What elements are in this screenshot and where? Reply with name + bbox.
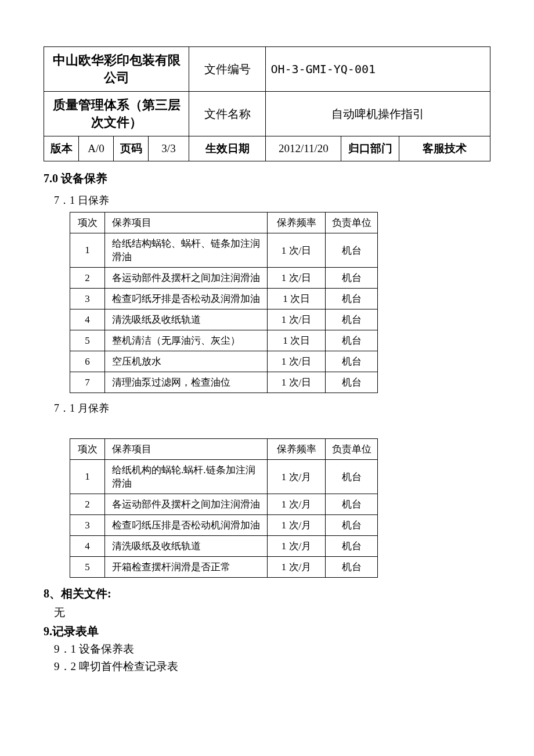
table-row: 3检查叼纸压排是否松动机润滑加油1 次/月机台 (70, 515, 378, 536)
cell-unit: 机台 (326, 233, 378, 268)
cell-freq: 1 次/月 (268, 515, 326, 536)
company-name: 中山欧华彩印包装有限公司 (44, 47, 189, 92)
document-body: 7.0 设备保养 7．1 日保养 项次 保养项目 保养频率 负责单位 1给纸结构… (44, 161, 490, 674)
cell-item: 给纸结构蜗轮、蜗杆、链条加注润滑油 (105, 233, 268, 268)
cell-unit: 机台 (326, 309, 378, 330)
cell-freq: 1 次/日 (268, 309, 326, 330)
cell-unit: 机台 (326, 536, 378, 557)
cell-freq: 1 次/月 (268, 536, 326, 557)
cell-freq: 1 次/日 (268, 372, 326, 393)
cell-seq: 2 (70, 494, 105, 515)
section-8-none: 无 (54, 605, 490, 620)
qms-title: 质量管理体系（第三层次文件） (44, 92, 189, 136)
cell-seq: 3 (70, 289, 105, 309)
section-7-heading: 7.0 设备保养 (44, 171, 490, 186)
table-row: 2各运动部件及摆杆之间加注润滑油1 次/日机台 (70, 268, 378, 289)
cell-item: 清理油泵过滤网，检查油位 (105, 372, 268, 393)
cell-item: 检查叼纸压排是否松动机润滑加油 (105, 515, 268, 536)
cell-item: 清洗吸纸及收纸轨道 (105, 309, 268, 330)
cell-unit: 机台 (326, 557, 378, 578)
table-row: 3检查叼纸牙排是否松动及润滑加油1 次日机台 (70, 289, 378, 309)
eff-date-value: 2012/11/20 (266, 136, 341, 161)
cell-item: 整机清洁（无厚油污、灰尘） (105, 330, 268, 351)
cell-freq: 1 次日 (268, 330, 326, 351)
section-7-2-heading: 7．1 月保养 (54, 401, 490, 415)
section-9-2: 9．2 啤切首件检查记录表 (54, 659, 490, 674)
table-row: 7清理油泵过滤网，检查油位1 次/日机台 (70, 372, 378, 393)
page-value: 3/3 (149, 136, 189, 161)
cell-seq: 5 (70, 330, 105, 351)
table-row: 4清洗吸纸及收纸轨道1 次/月机台 (70, 536, 378, 557)
table-row: 5开箱检查摆杆润滑是否正常1 次/月机台 (70, 557, 378, 578)
cell-seq: 3 (70, 515, 105, 536)
col-header-unit: 负责单位 (326, 439, 378, 460)
cell-item: 空压机放水 (105, 351, 268, 372)
dept-label: 归口部门 (341, 136, 399, 161)
col-header-freq: 保养频率 (268, 213, 326, 233)
col-header-freq: 保养频率 (268, 439, 326, 460)
cell-unit: 机台 (326, 515, 378, 536)
col-header-unit: 负责单位 (326, 213, 378, 233)
cell-unit: 机台 (326, 372, 378, 393)
monthly-maintenance-table: 项次 保养项目 保养频率 负责单位 1给纸机构的蜗轮.蜗杆.链条加注润滑油1 次… (70, 438, 378, 578)
cell-seq: 4 (70, 309, 105, 330)
cell-item: 给纸机构的蜗轮.蜗杆.链条加注润滑油 (105, 460, 268, 494)
cell-seq: 6 (70, 351, 105, 372)
eff-date-label: 生效日期 (189, 136, 266, 161)
document-header-table: 中山欧华彩印包装有限公司 文件编号 OH-3-GMI-YQ-001 质量管理体系… (44, 46, 490, 161)
cell-freq: 1 次/月 (268, 494, 326, 515)
cell-freq: 1 次/日 (268, 233, 326, 268)
cell-seq: 5 (70, 557, 105, 578)
table-row: 1给纸机构的蜗轮.蜗杆.链条加注润滑油1 次/月机台 (70, 460, 378, 494)
cell-seq: 2 (70, 268, 105, 289)
doc-name: 自动啤机操作指引 (266, 92, 490, 136)
cell-unit: 机台 (326, 289, 378, 309)
table-row: 2各运动部件及摆杆之间加注润滑油1 次/月机台 (70, 494, 378, 515)
doc-code-label: 文件编号 (189, 47, 266, 92)
table-row: 5整机清洁（无厚油污、灰尘）1 次日机台 (70, 330, 378, 351)
table-row: 4清洗吸纸及收纸轨道1 次/日机台 (70, 309, 378, 330)
cell-freq: 1 次/月 (268, 460, 326, 494)
cell-freq: 1 次/日 (268, 268, 326, 289)
section-8-title-text: 8、相关文件: (44, 587, 111, 600)
version-value: A/0 (79, 136, 114, 161)
col-header-item: 保养项目 (105, 439, 268, 460)
section-9-heading: 9.记录表单 (44, 624, 490, 639)
table-row: 6空压机放水1 次/日机台 (70, 351, 378, 372)
cell-freq: 1 次/月 (268, 557, 326, 578)
version-label: 版本 (44, 136, 79, 161)
cell-item: 开箱检查摆杆润滑是否正常 (105, 557, 268, 578)
cell-unit: 机台 (326, 268, 378, 289)
cell-unit: 机台 (326, 351, 378, 372)
cell-freq: 1 次日 (268, 289, 326, 309)
cell-item: 检查叼纸牙排是否松动及润滑加油 (105, 289, 268, 309)
cell-unit: 机台 (326, 494, 378, 515)
table-row: 1给纸结构蜗轮、蜗杆、链条加注润滑油1 次/日机台 (70, 233, 378, 268)
section-9-1: 9．1 设备保养表 (54, 642, 490, 657)
doc-name-label: 文件名称 (189, 92, 266, 136)
col-header-seq: 项次 (70, 439, 105, 460)
cell-item: 各运动部件及摆杆之间加注润滑油 (105, 268, 268, 289)
daily-maintenance-table: 项次 保养项目 保养频率 负责单位 1给纸结构蜗轮、蜗杆、链条加注润滑油1 次/… (70, 212, 378, 393)
cell-unit: 机台 (326, 460, 378, 494)
cell-freq: 1 次/日 (268, 351, 326, 372)
cell-seq: 1 (70, 460, 105, 494)
cell-seq: 7 (70, 372, 105, 393)
dept-value: 客服技术 (399, 136, 490, 161)
cell-item: 清洗吸纸及收纸轨道 (105, 536, 268, 557)
page-label: 页码 (114, 136, 149, 161)
section-7-1-heading: 7．1 日保养 (54, 193, 490, 207)
doc-code: OH-3-GMI-YQ-001 (266, 47, 490, 92)
cell-unit: 机台 (326, 330, 378, 351)
col-header-seq: 项次 (70, 213, 105, 233)
cell-seq: 4 (70, 536, 105, 557)
cell-item: 各运动部件及摆杆之间加注润滑油 (105, 494, 268, 515)
col-header-item: 保养项目 (105, 213, 268, 233)
cell-seq: 1 (70, 233, 105, 268)
section-8-heading: 8、相关文件: (44, 586, 490, 602)
